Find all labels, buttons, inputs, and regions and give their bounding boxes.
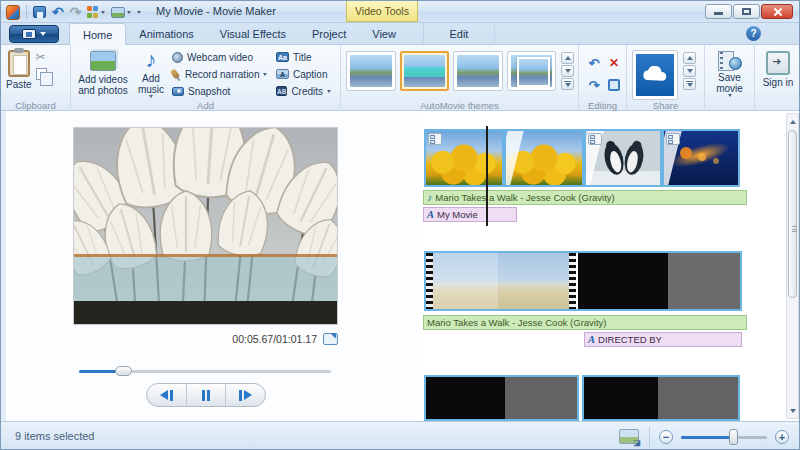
- pan-zoom-icon: [588, 133, 602, 145]
- next-frame-button[interactable]: [226, 384, 265, 406]
- tulips-preview-image: [74, 128, 337, 324]
- share-scroll-down-button[interactable]: [683, 65, 696, 77]
- clip-penguins[interactable]: [584, 129, 662, 187]
- paste-button[interactable]: Paste: [4, 47, 34, 99]
- group-clipboard: Paste ✂ Clipboard: [1, 45, 71, 111]
- rotate-left-icon[interactable]: ↶: [585, 53, 603, 73]
- application-menu-button[interactable]: [9, 25, 59, 43]
- automovie-theme-fade[interactable]: [507, 51, 557, 91]
- film-sprockets: [426, 253, 433, 309]
- scroll-down-icon[interactable]: [787, 404, 798, 417]
- playhead[interactable]: [486, 126, 488, 226]
- credits-button[interactable]: AB Credits: [274, 83, 332, 99]
- qat-customize-icon[interactable]: [137, 11, 141, 14]
- select-all-icon[interactable]: [605, 75, 623, 95]
- fullscreen-icon[interactable]: [323, 333, 338, 345]
- automovie-grid-icon: [87, 6, 99, 18]
- save-icon[interactable]: [33, 6, 46, 18]
- tab-visual-effects[interactable]: Visual Effects: [207, 23, 299, 45]
- clip-gray[interactable]: [668, 253, 742, 309]
- themes-more-button[interactable]: [561, 78, 574, 90]
- group-label-add: Add: [71, 100, 340, 111]
- clip-beach-filmstrip[interactable]: [426, 253, 576, 309]
- seek-slider[interactable]: [79, 366, 331, 376]
- content-area: 00:05.67/01:01.17: [1, 111, 800, 421]
- music-track-1[interactable]: ♪ Mario Takes a Walk - Jesse Cook (Gravi…: [423, 190, 747, 205]
- pan-zoom-icon: [428, 133, 442, 145]
- divider: [26, 5, 27, 19]
- help-icon[interactable]: ?: [746, 26, 761, 41]
- thumbnail-size-icon[interactable]: [619, 429, 639, 444]
- preview-monitor[interactable]: [73, 127, 338, 325]
- title-track-1[interactable]: A My Movie: [423, 207, 517, 222]
- zoom-slider-fill: [681, 436, 733, 439]
- zoom-out-button[interactable]: −: [659, 430, 673, 444]
- movie-maker-window: ↶ ↷ My Movie - Movie Maker Video Tools: [0, 0, 800, 450]
- add-music-button[interactable]: ♪ Add music: [132, 47, 170, 99]
- tab-project[interactable]: Project: [299, 23, 359, 45]
- redo-icon[interactable]: ↷: [70, 6, 82, 18]
- scrollbar-thumb[interactable]: [788, 130, 797, 298]
- scroll-up-icon[interactable]: [787, 115, 798, 128]
- themes-scroll-down-button[interactable]: [561, 65, 574, 77]
- group-add: Add videos and photos ♪ Add music Webcam…: [71, 45, 341, 111]
- save-movie-icon: [718, 51, 742, 70]
- close-button[interactable]: [761, 4, 793, 19]
- clip-black[interactable]: [578, 253, 668, 309]
- rotate-right-icon[interactable]: ↷: [585, 75, 603, 95]
- record-narration-button[interactable]: Record narration: [170, 66, 274, 82]
- seek-thumb[interactable]: [115, 366, 132, 376]
- undo-icon[interactable]: ↶: [52, 6, 64, 18]
- share-quick-button[interactable]: [111, 7, 131, 18]
- clip-tulips-1[interactable]: [424, 129, 504, 187]
- sign-in-button[interactable]: Sign in: [758, 47, 798, 99]
- group-automovie-themes: AutoMovie themes: [341, 45, 579, 111]
- zoom-slider-thumb[interactable]: [729, 429, 738, 445]
- clip-jellyfish[interactable]: [662, 129, 740, 187]
- remove-icon[interactable]: ✕: [605, 53, 623, 73]
- share-scroll-up-button[interactable]: [683, 52, 696, 64]
- chevron-down-icon: [149, 95, 153, 98]
- automovie-theme-default[interactable]: [346, 51, 396, 91]
- music-note-icon: ♪: [427, 192, 432, 203]
- zoom-in-button[interactable]: +: [775, 430, 789, 444]
- chevron-down-icon: [101, 11, 105, 14]
- tab-animations[interactable]: Animations: [126, 23, 206, 45]
- share-more-button[interactable]: [683, 78, 696, 90]
- share-onedrive-button[interactable]: [632, 50, 678, 100]
- clip-row3-a[interactable]: [424, 375, 579, 421]
- caption-icon: A: [276, 69, 289, 79]
- music-track-2[interactable]: Mario Takes a Walk - Jesse Cook (Gravity…: [423, 315, 747, 330]
- clip-row3-b[interactable]: [582, 375, 740, 421]
- save-movie-button[interactable]: Save movie: [708, 47, 751, 99]
- caption-button[interactable]: A Caption: [274, 66, 332, 82]
- add-videos-button[interactable]: Add videos and photos: [74, 47, 132, 99]
- title-button[interactable]: Aa Title: [274, 49, 332, 65]
- webcam-video-button[interactable]: Webcam video: [170, 49, 274, 65]
- group-label-clipboard: Clipboard: [1, 100, 70, 111]
- clip-row2-group[interactable]: [424, 251, 742, 311]
- snapshot-button[interactable]: Snapshot: [170, 83, 274, 99]
- app-icon[interactable]: [6, 5, 20, 20]
- ribbon-tab-row: Home Animations Visual Effects Project V…: [1, 23, 800, 45]
- automovie-theme-selected[interactable]: [400, 51, 450, 91]
- storyboard-scrollbar[interactable]: [786, 113, 799, 419]
- chevron-down-icon: [728, 94, 732, 97]
- previous-frame-button[interactable]: [147, 384, 187, 406]
- cut-button[interactable]: ✂: [34, 49, 49, 65]
- copy-button[interactable]: [34, 66, 49, 82]
- tab-view[interactable]: View: [359, 23, 409, 45]
- maximize-button[interactable]: [733, 4, 760, 19]
- pause-button[interactable]: [187, 384, 227, 406]
- tab-home[interactable]: Home: [69, 23, 126, 45]
- clip-tulips-2[interactable]: [504, 129, 584, 187]
- automovie-quick-button[interactable]: [87, 6, 105, 18]
- sign-in-icon: [766, 51, 790, 75]
- paste-icon: [8, 50, 30, 77]
- title-track-2[interactable]: A DIRECTED BY: [584, 332, 742, 347]
- transport-controls: [146, 383, 266, 407]
- tab-edit[interactable]: Edit: [423, 23, 495, 45]
- themes-scroll-up-button[interactable]: [561, 52, 574, 64]
- minimize-button[interactable]: [705, 4, 732, 19]
- automovie-theme-pan-zoom[interactable]: [453, 51, 503, 91]
